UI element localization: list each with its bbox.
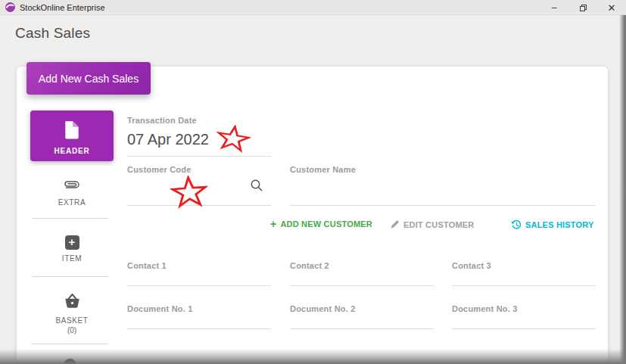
customer-code-search-button[interactable] bbox=[250, 179, 263, 192]
contact1-underline bbox=[127, 285, 271, 286]
title-bar: StockOnline Enterprise – ✕ bbox=[0, 0, 626, 15]
sidebar-item-basket[interactable]: BASKET (0) bbox=[30, 293, 114, 334]
sidebar-item-extra[interactable]: EXTRA bbox=[30, 179, 114, 207]
sales-history-button[interactable]: SALES HISTORY bbox=[511, 219, 594, 230]
document3-label: Document No. 3 bbox=[452, 304, 518, 313]
contact1-input[interactable] bbox=[127, 271, 271, 286]
document-icon bbox=[64, 120, 80, 139]
customer-name-label: Customer Name bbox=[290, 165, 356, 174]
plus-square-icon: + bbox=[65, 235, 79, 250]
edit-customer-button[interactable]: EDIT CUSTOMER bbox=[390, 219, 474, 229]
sidebar-divider bbox=[32, 218, 108, 219]
add-new-customer-button[interactable]: + ADD NEW CUSTOMER bbox=[270, 219, 372, 229]
document2-label: Document No. 2 bbox=[290, 304, 356, 313]
transaction-date-label: Transaction Date bbox=[127, 116, 197, 125]
window-bottom-edge bbox=[0, 349, 626, 364]
add-new-cash-sales-label: Add New Cash Sales bbox=[39, 73, 139, 85]
contact2-underline bbox=[290, 285, 434, 286]
contact3-underline bbox=[452, 285, 596, 286]
history-icon bbox=[511, 219, 522, 230]
contact3-input[interactable] bbox=[452, 271, 596, 286]
sidebar-divider bbox=[32, 344, 108, 344]
customer-name-input[interactable] bbox=[290, 177, 596, 205]
search-icon bbox=[250, 179, 263, 192]
sales-history-label: SALES HISTORY bbox=[525, 220, 594, 229]
basket-icon bbox=[64, 293, 81, 309]
transaction-date-underline bbox=[127, 156, 271, 157]
contact3-label: Contact 3 bbox=[452, 261, 491, 270]
customer-code-underline bbox=[127, 205, 271, 206]
sidebar-item-basket-count: (0) bbox=[30, 326, 114, 334]
paperclip-icon bbox=[62, 179, 82, 191]
window-title: StockOnline Enterprise bbox=[20, 3, 105, 12]
app-logo-icon bbox=[5, 2, 15, 12]
document3-input[interactable] bbox=[452, 314, 596, 329]
document1-input[interactable] bbox=[127, 314, 271, 329]
document2-input[interactable] bbox=[290, 314, 434, 329]
contact1-label: Contact 1 bbox=[127, 261, 167, 270]
sidebar-item-item-label: ITEM bbox=[30, 254, 114, 263]
sidebar-item-header-label: HEADER bbox=[30, 147, 114, 155]
plus-icon: + bbox=[270, 220, 276, 229]
document1-underline bbox=[127, 328, 271, 329]
contact2-label: Contact 2 bbox=[290, 261, 329, 270]
document3-underline bbox=[452, 328, 596, 329]
sidebar-divider bbox=[32, 276, 108, 277]
edit-customer-label: EDIT CUSTOMER bbox=[403, 220, 474, 229]
page-title: Cash Sales bbox=[15, 25, 90, 42]
restore-icon bbox=[580, 5, 587, 11]
minimize-button[interactable]: – bbox=[540, 0, 568, 15]
window-controls: – ✕ bbox=[540, 0, 626, 14]
app-window: StockOnline Enterprise – ✕ Cash Sales Ad… bbox=[0, 0, 626, 364]
window-right-edge bbox=[619, 15, 626, 364]
customer-code-input[interactable] bbox=[127, 177, 248, 205]
close-icon: ✕ bbox=[608, 2, 616, 14]
contact2-input[interactable] bbox=[290, 271, 434, 286]
customer-name-underline bbox=[290, 205, 596, 206]
add-new-customer-label: ADD NEW CUSTOMER bbox=[280, 219, 372, 229]
document2-underline bbox=[290, 328, 434, 329]
sidebar-item-header[interactable]: HEADER bbox=[30, 110, 114, 161]
sidebar-item-item[interactable]: + ITEM bbox=[30, 235, 114, 263]
pencil-icon bbox=[390, 219, 400, 229]
transaction-date-value[interactable]: 07 Apr 2022 bbox=[127, 131, 209, 148]
restore-button[interactable] bbox=[568, 0, 597, 15]
close-button[interactable]: ✕ bbox=[597, 0, 626, 15]
sidebar-item-extra-label: EXTRA bbox=[30, 198, 114, 207]
minimize-icon: – bbox=[552, 2, 557, 13]
document1-label: Document No. 1 bbox=[127, 304, 193, 313]
customer-code-label: Customer Code bbox=[127, 165, 192, 174]
add-new-cash-sales-button[interactable]: Add New Cash Sales bbox=[26, 62, 151, 95]
sidebar-item-basket-label: BASKET bbox=[30, 316, 114, 325]
